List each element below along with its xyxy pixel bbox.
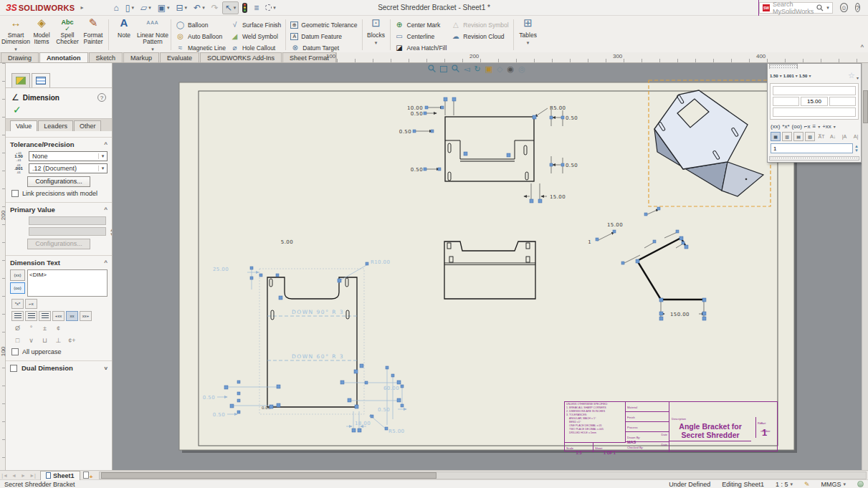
dimension-label[interactable]: 0.50 bbox=[203, 395, 215, 401]
panel-help-icon[interactable]: ? bbox=[97, 93, 106, 102]
dimension-label[interactable]: 15.00 bbox=[607, 222, 623, 228]
dimension-label[interactable]: R5.00 bbox=[388, 429, 404, 434]
plus-minus-symbol-button[interactable]: ± bbox=[39, 323, 51, 333]
link-precisions-checkbox[interactable] bbox=[11, 190, 19, 197]
bend-note[interactable]: DOWN 60° R 3 bbox=[292, 353, 344, 360]
previous-sheet-button[interactable]: ◄ bbox=[9, 473, 19, 478]
open-button[interactable]: ▱▾ bbox=[138, 1, 154, 14]
options-button[interactable]: ▾ bbox=[262, 1, 279, 14]
tab-value[interactable]: Value bbox=[10, 120, 37, 131]
precision-select[interactable]: .12 (Document) ▾ bbox=[29, 163, 108, 173]
datum-feature-button[interactable]: ADatum Feature bbox=[288, 32, 359, 41]
section-header[interactable]: Dual Dimension v bbox=[10, 364, 108, 372]
new-document-button[interactable]: ▯▾ bbox=[123, 1, 137, 14]
inspection-button[interactable]: (oo) bbox=[792, 123, 802, 130]
align-left-button[interactable]: |A bbox=[839, 132, 849, 141]
leader-style-button[interactable]: ▥ bbox=[782, 132, 792, 141]
area-hatch-button[interactable]: ◪Area Hatch/Fill bbox=[393, 43, 449, 52]
section-view-icon[interactable]: ◅ bbox=[464, 64, 469, 74]
bend-note[interactable]: DOWN 90° R 3 bbox=[292, 309, 344, 315]
caret-icon[interactable]: ▾ bbox=[375, 39, 378, 46]
search-scope-caret-icon[interactable]: ▾ bbox=[826, 5, 829, 11]
diameter-symbol-button[interactable]: Ø bbox=[11, 323, 24, 333]
tab-other[interactable]: Other bbox=[74, 120, 102, 131]
search-icon[interactable] bbox=[816, 4, 824, 11]
section-header[interactable]: Primary Value ^ bbox=[10, 206, 108, 214]
dimension-label[interactable]: R5.00 bbox=[550, 105, 566, 111]
horizontal-scrollbar-thumb[interactable] bbox=[101, 472, 437, 479]
dimension-label[interactable]: R10.00 bbox=[371, 259, 390, 265]
palette-bottom-handle[interactable] bbox=[769, 156, 859, 161]
model-items-button[interactable]: ◈ Model Items bbox=[29, 17, 54, 52]
expand-chevron-icon[interactable]: v bbox=[105, 365, 108, 371]
dimension-style-button[interactable]: ▤ bbox=[793, 132, 803, 141]
pattern-style-button[interactable]: ▧ bbox=[805, 132, 815, 141]
logo-caret-icon[interactable]: ▸ bbox=[81, 4, 84, 11]
search-box[interactable]: SW Search MySolidWorks ▾ bbox=[759, 2, 833, 14]
linear-note-pattern-button[interactable]: AAA Linear Note Pattern ▾ bbox=[137, 17, 168, 52]
graphics-area[interactable]: 10.00 0.50 0.50 0.50 R5.00 0.50 0.50 15.… bbox=[113, 63, 868, 470]
text-right-field[interactable] bbox=[829, 97, 856, 106]
hole-callout-button[interactable]: ⌀Hole Callout bbox=[228, 43, 283, 52]
next-sheet-button[interactable]: ► bbox=[19, 473, 28, 478]
tab-solidworks-addins[interactable]: SOLIDWORKS Add-Ins bbox=[200, 52, 282, 62]
add-parenthesis-button[interactable]: (xx) bbox=[10, 269, 25, 281]
parenthesis-button[interactable]: (xx) bbox=[771, 123, 780, 130]
title-block[interactable]: UNLESS OTHERWISE SPECIFIED: 1. BREAK ALL… bbox=[564, 401, 778, 451]
rotate-view-icon[interactable]: ↻ bbox=[474, 64, 480, 74]
horizontal-scrollbar[interactable] bbox=[99, 472, 867, 479]
balloon-button[interactable]: ◯Balloon bbox=[173, 20, 228, 29]
dimension-label[interactable]: 0.50 bbox=[411, 167, 423, 173]
counterbore-symbol-button[interactable]: ⊔ bbox=[39, 335, 51, 345]
datum-target-button[interactable]: ⊗Datum Target bbox=[288, 43, 359, 52]
dimension-label[interactable]: 0.50 bbox=[566, 115, 578, 121]
decimal-places-field[interactable] bbox=[771, 143, 853, 153]
solidworks-logo[interactable]: ЗS SOLIDWORKS ▸ bbox=[0, 3, 90, 13]
precision-preset-button[interactable]: 1.001▾ bbox=[783, 73, 798, 78]
offset-text-button[interactable]: ⌐x bbox=[25, 299, 37, 309]
tab-markup[interactable]: Markup bbox=[123, 52, 159, 62]
featuremanager-tab[interactable] bbox=[11, 73, 30, 87]
dimension-label[interactable]: 0.50 bbox=[378, 407, 390, 413]
text-position-button[interactable]: +xx bbox=[822, 123, 831, 130]
left-justify-button[interactable] bbox=[11, 311, 24, 321]
text-above-field[interactable] bbox=[773, 86, 856, 95]
caret-icon[interactable]: ▾ bbox=[14, 46, 17, 52]
tab-leaders[interactable]: Leaders bbox=[38, 120, 73, 131]
offset-text-button[interactable]: ⌐x bbox=[804, 123, 811, 130]
zoom-in-out-icon[interactable] bbox=[452, 64, 459, 74]
dimension-label[interactable]: 0.50 bbox=[566, 163, 578, 168]
text-height-button[interactable]: A̅T bbox=[816, 132, 826, 141]
text-center-position-button[interactable]: xx bbox=[66, 311, 78, 321]
caret-icon[interactable]: ▾ bbox=[151, 46, 154, 52]
text-below-field[interactable] bbox=[773, 107, 856, 117]
undo-button[interactable]: ↶▾ bbox=[191, 1, 208, 14]
auto-balloon-button[interactable]: ◎Auto Balloon bbox=[173, 32, 228, 41]
last-sheet-button[interactable]: ►| bbox=[28, 473, 37, 478]
view-orientation-icon[interactable]: ▣ bbox=[485, 64, 492, 74]
geometric-tolerance-button[interactable]: ⊕Geometric Tolerance bbox=[288, 20, 359, 29]
tab-sketch[interactable]: Sketch bbox=[89, 52, 123, 62]
all-uppercase-checkbox[interactable] bbox=[11, 348, 19, 355]
spell-checker-button[interactable]: Abc✓ Spell Checker bbox=[54, 17, 80, 52]
centerline-symbol-button[interactable]: ¢ bbox=[52, 323, 65, 333]
dimension-label[interactable]: 15.00 bbox=[550, 194, 566, 200]
more-symbols-button[interactable]: ¢+ bbox=[66, 335, 78, 345]
justify-button[interactable]: ≡ bbox=[812, 123, 816, 130]
hide-show-items-icon[interactable]: ◉ bbox=[507, 64, 515, 74]
unit-system-selector[interactable]: MMGS ▾ bbox=[821, 481, 846, 488]
sheet-scale-selector[interactable]: 1 : 5 ▾ bbox=[776, 481, 793, 488]
inspection-dimension-button[interactable]: (oo) bbox=[10, 282, 25, 294]
text-scale-button[interactable]: A↓ bbox=[828, 132, 838, 141]
help-icon[interactable]: ? bbox=[855, 3, 860, 12]
first-sheet-button[interactable]: |◄ bbox=[0, 473, 9, 478]
tab-drawing[interactable]: Drawing bbox=[1, 52, 39, 62]
collapse-chevron-icon[interactable]: ^ bbox=[104, 141, 108, 148]
dimension-label[interactable]: 0.50 bbox=[411, 111, 423, 117]
dimension-label[interactable]: 150.00 bbox=[670, 312, 690, 317]
centerline-button[interactable]: ▭Centerline bbox=[393, 32, 449, 41]
note-button[interactable]: A Note bbox=[111, 17, 137, 52]
collapse-chevron-icon[interactable]: ^ bbox=[104, 259, 108, 266]
dimension-label[interactable]: 10.00 bbox=[407, 105, 423, 111]
rebuild-button[interactable] bbox=[239, 1, 250, 14]
